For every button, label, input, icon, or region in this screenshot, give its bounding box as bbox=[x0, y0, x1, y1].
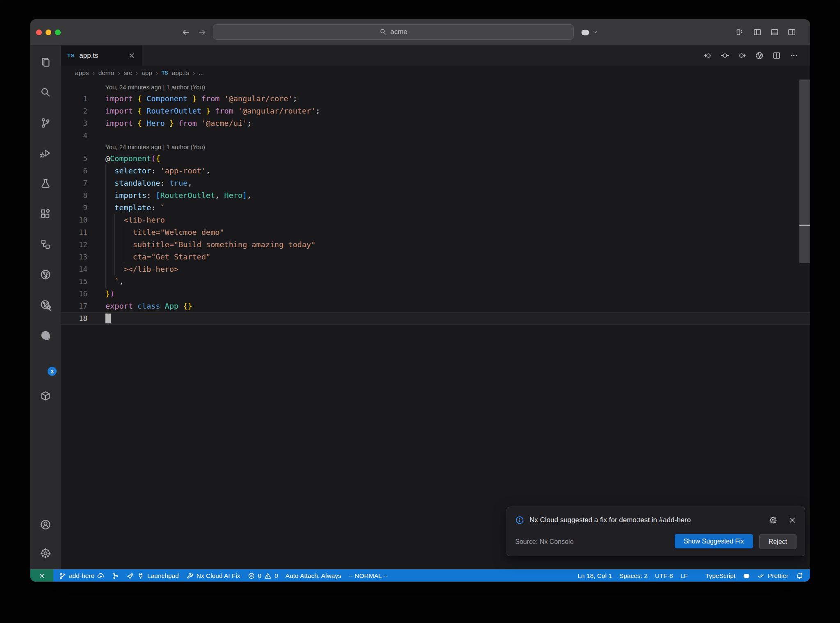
git-graph-icon bbox=[112, 572, 119, 580]
activity-explorer[interactable] bbox=[30, 47, 61, 77]
code-line-10[interactable]: 10 <lib-hero bbox=[61, 214, 810, 226]
status-cursor-position[interactable]: Ln 18, Col 1 bbox=[574, 569, 616, 582]
code-line-5[interactable]: 5@Component({ bbox=[61, 152, 810, 165]
activity-nx-cloud[interactable] bbox=[30, 259, 61, 290]
minimize-window-button[interactable] bbox=[46, 30, 51, 35]
breadcrumb-separator: › bbox=[118, 69, 120, 76]
breadcrumb-item[interactable]: app bbox=[142, 69, 152, 77]
line-number: 9 bbox=[61, 202, 105, 214]
activity-nx-graph-search[interactable] bbox=[30, 290, 61, 320]
activity-extensions[interactable] bbox=[30, 199, 61, 229]
indent-guide bbox=[114, 214, 115, 226]
status-remote-indicator[interactable] bbox=[30, 569, 53, 582]
codelens[interactable]: You, 24 minutes ago | 1 author (You) bbox=[61, 82, 810, 93]
breadcrumb-item[interactable]: src bbox=[123, 69, 132, 77]
more-actions-icon[interactable] bbox=[790, 51, 798, 60]
activity-source-control[interactable] bbox=[30, 108, 61, 138]
ts-file-icon: TS bbox=[162, 70, 168, 76]
reject-button[interactable]: Reject bbox=[759, 534, 797, 549]
breadcrumb-file[interactable]: app.ts bbox=[172, 69, 189, 77]
status-nx-cloud-ai-fix[interactable]: Nx Cloud AI Fix bbox=[183, 569, 244, 582]
code-line-9[interactable]: 9 template: ` bbox=[61, 202, 810, 214]
copilot-menu[interactable] bbox=[580, 19, 598, 45]
indent-guide bbox=[105, 263, 106, 275]
code-line-2[interactable]: 2import { RouterOutlet } from '@angular/… bbox=[61, 105, 810, 117]
split-editor-icon[interactable] bbox=[772, 51, 781, 60]
forward-arrow-icon[interactable] bbox=[198, 28, 207, 37]
code-line-6[interactable]: 6 selector: 'app-root', bbox=[61, 165, 810, 177]
status-eol[interactable]: LF bbox=[677, 569, 692, 582]
code-line-8[interactable]: 8 imports: [RouterOutlet, Hero], bbox=[61, 189, 810, 202]
command-center-search[interactable]: acme bbox=[213, 24, 574, 40]
scrollbar-cursor-marker bbox=[799, 225, 810, 226]
status-encoding[interactable]: UTF-8 bbox=[651, 569, 677, 582]
bell-dot-icon bbox=[796, 572, 803, 580]
codelens[interactable]: You, 24 minutes ago | 1 author (You) bbox=[61, 142, 810, 152]
status-git-graph[interactable] bbox=[108, 569, 123, 582]
toggle-secondary-sidebar-icon[interactable] bbox=[788, 28, 796, 36]
activity-type-hierarchy[interactable] bbox=[30, 229, 61, 259]
activity-edge-tools[interactable] bbox=[30, 320, 61, 350]
status-copilot-status[interactable] bbox=[739, 569, 754, 582]
notification-settings-icon[interactable] bbox=[769, 516, 777, 524]
status-problems[interactable]: 00 bbox=[244, 569, 282, 582]
activity-nx-console[interactable]: N>3 bbox=[30, 350, 61, 381]
code-line-12[interactable]: 12 subtitle="Build something amazing tod… bbox=[61, 239, 810, 251]
show-suggested-fix-button[interactable]: Show Suggested Fix bbox=[675, 534, 753, 548]
tab-app-ts[interactable]: TS app.ts bbox=[61, 45, 142, 66]
account-icon bbox=[40, 519, 51, 530]
close-tab-icon[interactable] bbox=[128, 52, 135, 59]
code-line-11[interactable]: 11 title="Welcmoe demo" bbox=[61, 226, 810, 239]
code-line-3[interactable]: 3import { Hero } from '@acme/ui'; bbox=[61, 117, 810, 130]
package-icon bbox=[40, 390, 51, 402]
status-git-branch[interactable]: add-hero bbox=[55, 569, 108, 582]
nx-graph-icon[interactable] bbox=[755, 51, 764, 60]
zoom-window-button[interactable] bbox=[55, 30, 61, 35]
toggle-primary-sidebar-icon[interactable] bbox=[753, 28, 762, 36]
status-notifications-bell[interactable] bbox=[792, 569, 807, 582]
code-editor[interactable]: You, 24 minutes ago | 1 author (You)1imp… bbox=[61, 80, 810, 569]
status-launchpad[interactable]: Launchpad bbox=[123, 569, 183, 582]
status-formatter[interactable]: Prettier bbox=[754, 569, 792, 582]
code-line-15[interactable]: 15 `, bbox=[61, 275, 810, 288]
activity-badge: 3 bbox=[48, 367, 57, 376]
notification-close-icon[interactable] bbox=[788, 516, 797, 524]
activity-run-and-debug[interactable] bbox=[30, 138, 61, 168]
code-line-13[interactable]: 13 cta="Get Started" bbox=[61, 251, 810, 263]
breadcrumb-item[interactable]: apps bbox=[75, 69, 89, 77]
status-vim-mode[interactable]: -- NORMAL -- bbox=[345, 569, 391, 582]
code-line-14[interactable]: 14 ></lib-hero> bbox=[61, 263, 810, 275]
customize-layout-icon[interactable] bbox=[736, 28, 744, 36]
rocket-icon bbox=[127, 572, 134, 580]
code-line-17[interactable]: 17export class App {} bbox=[61, 300, 810, 312]
breadcrumb-item[interactable]: demo bbox=[98, 69, 114, 77]
status-auto-attach[interactable]: Auto Attach: Always bbox=[282, 569, 345, 582]
indent-guide bbox=[105, 202, 106, 214]
nav-forward-icon[interactable] bbox=[738, 51, 746, 60]
breadcrumb-more[interactable]: ... bbox=[199, 69, 204, 77]
status-indentation[interactable]: Spaces: 2 bbox=[616, 569, 651, 582]
line-number: 15 bbox=[61, 275, 105, 288]
back-arrow-icon[interactable] bbox=[181, 28, 190, 37]
scrollbar-slider[interactable] bbox=[799, 80, 810, 263]
indent-guide bbox=[114, 263, 115, 275]
activity-search[interactable] bbox=[30, 77, 61, 108]
code-line-16[interactable]: 16}) bbox=[61, 288, 810, 300]
editor-scrollbar[interactable] bbox=[799, 80, 810, 569]
code-line-7[interactable]: 7 standalone: true, bbox=[61, 177, 810, 189]
code-line-18[interactable]: 18 bbox=[61, 312, 810, 325]
toggle-panel-icon[interactable] bbox=[770, 28, 779, 36]
copilot-icon bbox=[580, 27, 590, 37]
code-line-1[interactable]: 1import { Component } from '@angular/cor… bbox=[61, 93, 810, 105]
activity-settings[interactable] bbox=[30, 539, 61, 568]
main-area: N>3 TS app.ts bbox=[30, 45, 810, 569]
close-window-button[interactable] bbox=[36, 30, 42, 35]
nav-back-icon[interactable] bbox=[703, 51, 712, 60]
nav-location-icon[interactable] bbox=[721, 51, 729, 60]
activity-testing[interactable] bbox=[30, 168, 61, 199]
code-line-4[interactable]: 4 bbox=[61, 130, 810, 142]
activity-accounts[interactable] bbox=[30, 510, 61, 539]
status-language-mode[interactable]: {}TypeScript bbox=[692, 569, 739, 582]
activity-package-explorer[interactable] bbox=[30, 381, 61, 411]
wrench-icon bbox=[186, 572, 194, 580]
